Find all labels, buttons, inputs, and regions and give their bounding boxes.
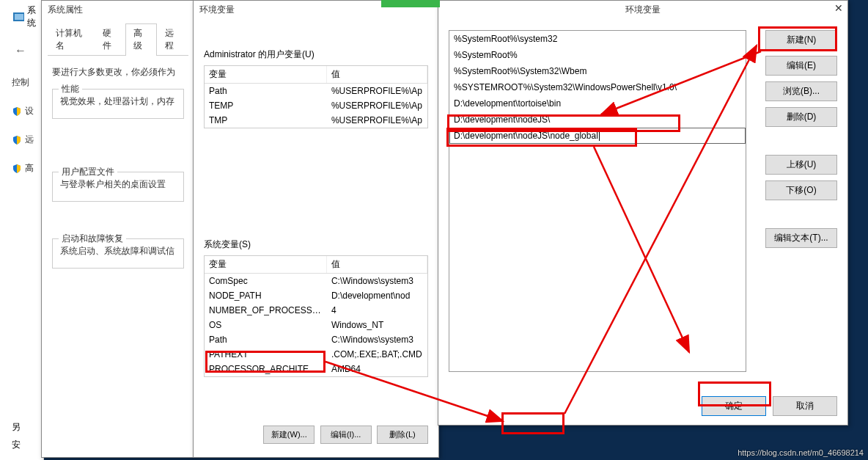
user-vars-label: Administrator 的用户变量(U) [204, 48, 428, 61]
var-name: ComSpec [205, 274, 327, 289]
sys-note: 要进行大多数更改，你必须作为 [52, 66, 184, 79]
table-row[interactable]: PathC:\Windows\system3 [205, 332, 427, 347]
userprofile-desc: 与登录帐户相关的桌面设置 [60, 178, 176, 191]
back-arrow-icon[interactable]: ← [15, 44, 26, 57]
sys-tabs: 计算机名 硬件 高级 远程 [48, 23, 188, 56]
tab-advanced[interactable]: 高级 [125, 23, 157, 56]
var-name: TEMP [205, 98, 327, 113]
env-new-button[interactable]: 新建(W)... [263, 426, 315, 444]
var-val: C:\Windows\system3 [327, 274, 427, 289]
table-row[interactable]: ComSpecC:\Windows\system3 [205, 274, 427, 289]
list-item[interactable]: %SystemRoot% [449, 47, 746, 63]
table-row[interactable]: OSWindows_NT [205, 318, 427, 332]
path-new-button[interactable]: 新建(N) [765, 30, 837, 50]
var-name: PATHEXT [205, 347, 327, 362]
system-properties-dialog: 系统属性 计算机名 硬件 高级 远程 要进行大多数更改，你必须作为 性能 视觉效… [41, 0, 195, 458]
watermark: https://blog.csdn.net/m0_46698214 [738, 448, 864, 457]
var-val: D:\development\nod [327, 288, 427, 303]
path-browse-button[interactable]: 浏览(B)... [765, 81, 837, 101]
env-edit-button[interactable]: 编辑(I)... [320, 426, 372, 444]
side-settings[interactable]: 设 [12, 105, 34, 117]
col-var[interactable]: 变量 [205, 66, 327, 84]
side-remote[interactable]: 远 [12, 134, 34, 146]
col-val[interactable]: 值 [327, 66, 427, 84]
var-name: TMP [205, 113, 327, 128]
list-item[interactable]: D:\development\tortoise\bin [449, 95, 746, 112]
sys-vars-label: 系统变量(S) [204, 238, 428, 251]
control-panel-icon: 系统 [13, 4, 43, 29]
sys-title: 系统属性 [42, 1, 194, 19]
var-val: Windows_NT [327, 318, 427, 332]
table-row[interactable]: Path%USERPROFILE%\Ap [205, 84, 427, 99]
env-vars-dialog: 环境变量 Administrator 的用户变量(U) 变量 值 Path%US… [193, 0, 439, 458]
userprofile-label: 用户配置文件 [59, 166, 117, 178]
edit-path-dialog: 环境变量 ✕ %SystemRoot%\system32%SystemRoot%… [438, 0, 848, 426]
var-val: 4 [327, 303, 427, 318]
browser-sidebar: 系统 ← 控制 设 远 高 另 安 [0, 0, 44, 460]
startup-desc: 系统启动、系统故障和调试信 [60, 245, 176, 258]
var-val: %USERPROFILE%\Ap [327, 113, 427, 128]
list-item-editing[interactable]: D:\development\nodeJS\node_global [449, 128, 746, 144]
list-item[interactable]: %SystemRoot%\System32\Wbem [449, 63, 746, 79]
col-val[interactable]: 值 [327, 256, 427, 274]
list-item[interactable]: %SystemRoot%\system32 [449, 31, 746, 47]
path-edittext-button[interactable]: 编辑文本(T)... [765, 228, 837, 248]
path-moveup-button[interactable]: 上移(U) [765, 155, 837, 175]
table-row[interactable]: NODE_PATHD:\development\nod [205, 288, 427, 303]
var-val: %USERPROFILE%\Ap [327, 84, 427, 99]
sys-vars-table[interactable]: 变量 值 ComSpecC:\Windows\system3NODE_PATHD… [204, 255, 428, 377]
startup-label: 启动和故障恢复 [59, 233, 126, 245]
table-row[interactable]: TEMP%USERPROFILE%\Ap [205, 98, 427, 113]
ok-button[interactable]: 确定 [702, 396, 766, 416]
path-edit-button[interactable]: 编辑(E) [765, 56, 837, 76]
user-vars-table[interactable]: 变量 值 Path%USERPROFILE%\ApTEMP%USERPROFIL… [204, 65, 428, 128]
var-name: NUMBER_OF_PROCESSORS [205, 303, 327, 318]
path-listbox[interactable]: %SystemRoot%\system32%SystemRoot%%System… [449, 30, 746, 372]
side-control[interactable]: 控制 [12, 76, 34, 89]
svg-rect-1 [15, 14, 23, 20]
table-row[interactable]: TMP%USERPROFILE%\Ap [205, 113, 427, 128]
var-name: NODE_PATH [205, 288, 327, 303]
var-val: C:\Windows\system3 [327, 332, 427, 347]
path-edit-input[interactable]: D:\development\nodeJS\node_global [449, 128, 746, 144]
table-row[interactable]: PATHEXT.COM;.EXE;.BAT;.CMD [205, 347, 427, 362]
title-accent [381, 0, 440, 7]
table-row[interactable]: PROCESSOR_ARCHITECT...AMD64 [205, 362, 427, 376]
list-item[interactable]: %SYSTEMROOT%\System32\WindowsPowerShell\… [449, 79, 746, 95]
path-delete-button[interactable]: 删除(D) [765, 107, 837, 127]
var-val: AMD64 [327, 362, 427, 376]
path-title: 环境变量 [625, 4, 661, 15]
perf-desc: 视觉效果，处理器计划，内存 [60, 95, 176, 108]
var-name: Path [205, 332, 327, 347]
var-name: PROCESSOR_ARCHITECT... [205, 362, 327, 376]
var-name: OS [205, 318, 327, 332]
perf-label: 性能 [59, 83, 82, 95]
var-val: .COM;.EXE;.BAT;.CMD [327, 347, 427, 362]
table-row[interactable]: NUMBER_OF_PROCESSORS4 [205, 303, 427, 318]
var-name: Path [205, 84, 327, 99]
tab-hardware[interactable]: 硬件 [95, 23, 126, 55]
close-icon[interactable]: ✕ [834, 2, 843, 14]
tab-computer-name[interactable]: 计算机名 [48, 23, 95, 55]
env-del-button[interactable]: 删除(L) [377, 426, 428, 444]
var-val: %USERPROFILE%\Ap [327, 98, 427, 113]
col-var[interactable]: 变量 [205, 256, 327, 274]
side-security[interactable]: 安 [12, 439, 21, 451]
side-advanced[interactable]: 高 [12, 162, 34, 175]
cancel-button[interactable]: 取消 [773, 396, 837, 416]
side-other[interactable]: 另 [12, 421, 21, 434]
path-movedown-button[interactable]: 下移(O) [765, 180, 837, 200]
tab-remote[interactable]: 远程 [157, 23, 188, 55]
list-item[interactable]: D:\development\nodeJS\ [449, 112, 746, 128]
